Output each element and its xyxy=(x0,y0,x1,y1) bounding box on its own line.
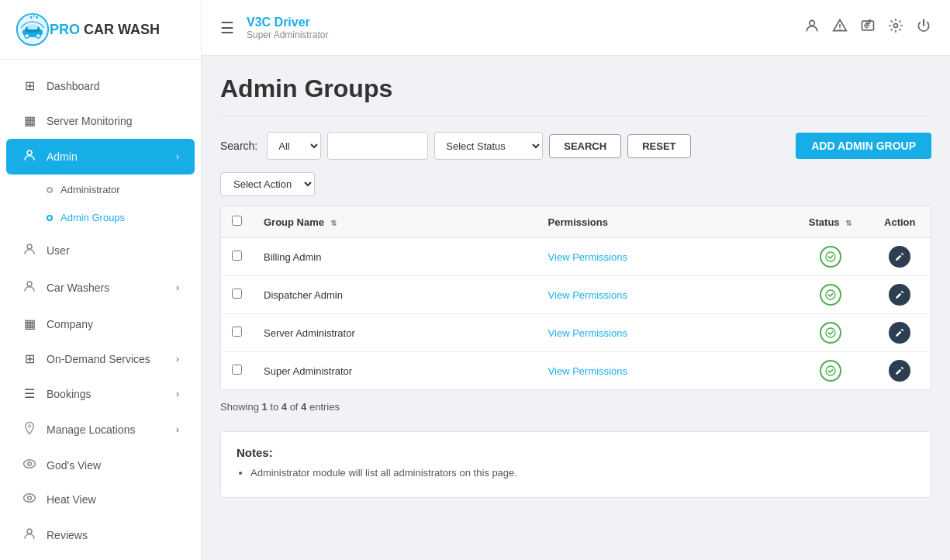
sidebar-item-server-monitoring[interactable]: ▦ Server Monitoring xyxy=(6,104,195,137)
sidebar-item-gods-view[interactable]: God's View xyxy=(6,449,195,482)
edit-row-icon[interactable] xyxy=(889,284,910,306)
svg-rect-4 xyxy=(28,25,38,29)
view-permissions-link[interactable]: View Permissions xyxy=(548,251,627,263)
header-status[interactable]: Status ⇅ xyxy=(792,206,869,238)
search-input[interactable] xyxy=(327,132,428,160)
profile-icon[interactable] xyxy=(804,18,820,37)
row-action xyxy=(869,352,931,390)
svg-point-5 xyxy=(25,34,29,39)
title-divider xyxy=(220,116,931,116)
on-demand-icon: ⊞ xyxy=(22,351,37,366)
add-admin-group-button[interactable]: ADD ADMIN GROUP xyxy=(796,133,931,159)
edit-row-icon[interactable] xyxy=(889,246,910,268)
row-group-name: Super Administrator xyxy=(253,352,537,390)
showing-text: Showing 1 to 4 of 4 entries xyxy=(220,401,931,413)
menu-toggle-icon[interactable]: ☰ xyxy=(220,19,234,37)
bookings-icon: ☰ xyxy=(22,386,37,401)
sidebar-item-on-demand[interactable]: ⊞ On-Demand Services › xyxy=(6,342,195,375)
dashboard-icon: ⊞ xyxy=(22,78,37,93)
notes-title: Notes: xyxy=(237,446,915,459)
warning-icon[interactable] xyxy=(832,18,848,37)
group-name-sort-icon: ⇅ xyxy=(330,219,337,227)
header-title: V3C Driver xyxy=(247,16,804,29)
sidebar-item-manage-locations[interactable]: Manage Locations › xyxy=(6,412,195,448)
heat-view-icon xyxy=(22,493,37,506)
row-permissions[interactable]: View Permissions xyxy=(537,238,792,276)
svg-point-13 xyxy=(28,425,30,427)
row-action xyxy=(869,314,931,352)
reset-button[interactable]: RESET xyxy=(627,134,690,158)
header-permissions: Permissions xyxy=(537,206,792,238)
car-washers-chevron-icon: › xyxy=(176,282,179,293)
search-button[interactable]: SEARCH xyxy=(549,134,621,158)
svg-point-15 xyxy=(28,462,32,466)
admin-groups-dot-icon xyxy=(47,215,53,221)
sidebar-item-company[interactable]: ▦ Company xyxy=(6,307,195,340)
status-select[interactable]: Select Status Active Inactive xyxy=(434,132,543,160)
header-title-area: V3C Driver Super Administrator xyxy=(247,16,804,40)
view-permissions-link[interactable]: View Permissions xyxy=(548,289,627,301)
row-checkbox[interactable] xyxy=(232,251,242,261)
view-permissions-link[interactable]: View Permissions xyxy=(548,327,627,339)
car-washers-icon xyxy=(22,279,37,296)
bookings-chevron-icon: › xyxy=(176,389,179,399)
row-group-name: Billing Admin xyxy=(253,238,537,276)
header-group-name[interactable]: Group Name ⇅ xyxy=(253,206,537,238)
content-area: Admin Groups Search: All Active Inactive… xyxy=(202,56,950,560)
sidebar-item-reviews[interactable]: Reviews xyxy=(6,517,195,553)
row-action xyxy=(869,238,931,276)
row-checkbox[interactable] xyxy=(232,289,242,299)
svg-point-12 xyxy=(27,282,32,286)
status-icon xyxy=(820,322,841,344)
search-bar: Search: All Active Inactive Select Statu… xyxy=(220,132,931,160)
locations-chevron-icon: › xyxy=(176,424,179,435)
row-status xyxy=(792,314,869,352)
row-permissions[interactable]: View Permissions xyxy=(537,276,792,314)
table-row: Server Administrator View Permissions xyxy=(221,314,931,352)
power-icon[interactable] xyxy=(916,18,931,37)
status-icon xyxy=(820,284,841,306)
svg-point-10 xyxy=(27,150,32,155)
row-check-col xyxy=(221,276,254,314)
row-checkbox[interactable] xyxy=(232,327,242,337)
sidebar-sub-item-administrator[interactable]: Administrator xyxy=(6,176,195,203)
svg-point-24 xyxy=(826,252,835,261)
settings-icon[interactable] xyxy=(888,18,903,37)
svg-point-26 xyxy=(826,328,835,337)
svg-point-9 xyxy=(36,16,38,19)
row-permissions[interactable]: View Permissions xyxy=(537,314,792,352)
action-select[interactable]: Select Action Delete xyxy=(220,172,315,196)
status-icon xyxy=(820,360,841,382)
logo-text: PRO CAR WASH xyxy=(50,22,160,38)
row-checkbox[interactable] xyxy=(232,365,242,375)
row-check-col xyxy=(221,314,254,352)
table-body: Billing Admin View Permissions xyxy=(221,238,931,390)
sidebar-item-car-washers[interactable]: Car Washers › xyxy=(6,270,195,306)
edit-icon[interactable] xyxy=(860,18,876,37)
sidebar-item-heat-view[interactable]: Heat View xyxy=(6,483,195,516)
select-all-checkbox[interactable] xyxy=(232,216,242,226)
sidebar-item-dashboard[interactable]: ⊞ Dashboard xyxy=(6,69,195,102)
page-title: Admin Groups xyxy=(220,74,931,103)
status-icon xyxy=(820,246,841,268)
table-header: Group Name ⇅ Permissions Status ⇅ Action xyxy=(221,206,931,238)
logo-icon xyxy=(16,12,50,47)
sidebar-item-user[interactable]: User xyxy=(6,233,195,268)
svg-point-6 xyxy=(36,34,40,39)
sidebar-item-admin[interactable]: Admin › xyxy=(6,139,195,175)
header: ☰ V3C Driver Super Administrator xyxy=(202,0,950,56)
sidebar-item-bookings[interactable]: ☰ Bookings › xyxy=(6,377,195,410)
table-row: Billing Admin View Permissions xyxy=(221,238,931,276)
edit-row-icon[interactable] xyxy=(889,322,910,344)
svg-point-16 xyxy=(24,494,36,503)
svg-point-17 xyxy=(28,496,32,500)
table-row: Dispatcher Admin View Permissions xyxy=(221,276,931,314)
view-permissions-link[interactable]: View Permissions xyxy=(548,365,627,377)
status-sort-icon: ⇅ xyxy=(845,219,852,227)
sidebar-nav: ⊞ Dashboard ▦ Server Monitoring Admin › … xyxy=(0,60,201,560)
sidebar-sub-item-admin-groups[interactable]: Admin Groups xyxy=(6,204,195,231)
edit-row-icon[interactable] xyxy=(889,360,910,382)
header-check-col xyxy=(221,206,254,238)
filter-select[interactable]: All Active Inactive xyxy=(267,132,321,160)
row-permissions[interactable]: View Permissions xyxy=(537,352,792,390)
